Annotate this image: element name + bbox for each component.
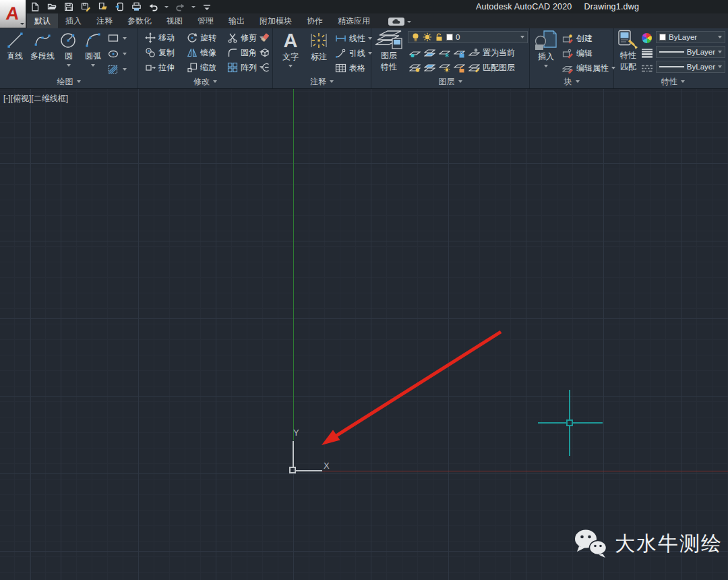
arc-button[interactable]: 圆弧 — [81, 30, 105, 67]
move-icon — [145, 32, 156, 43]
tab-featured-apps[interactable]: 精选应用 — [330, 13, 377, 28]
line-button[interactable]: 直线 — [3, 30, 26, 62]
array-button[interactable]: 阵列 — [227, 61, 264, 74]
text-dropdown-arrow — [289, 65, 293, 67]
layer-lock-button[interactable] — [454, 47, 465, 59]
redo-dropdown-arrow[interactable] — [191, 6, 195, 8]
layer-on-button[interactable] — [409, 61, 421, 74]
layer-dropdown[interactable]: 0 — [408, 31, 528, 43]
fillet-icon — [227, 47, 238, 58]
polyline-button[interactable]: 多段线 — [27, 30, 58, 62]
layer-color-swatch — [446, 34, 453, 40]
match-layer-button[interactable]: 匹配图层 — [468, 61, 515, 74]
panel-title-modify[interactable]: 修改 — [138, 76, 272, 88]
tab-view[interactable]: 视图 — [159, 13, 190, 28]
linetype-list-button[interactable] — [641, 62, 653, 74]
open-file-button[interactable] — [47, 1, 57, 12]
new-file-icon — [30, 2, 40, 11]
leader-button[interactable]: 引线 — [335, 47, 372, 59]
panel-title-draw[interactable]: 绘图 — [0, 76, 138, 88]
drawing-canvas[interactable]: [-][俯视][二维线框] Y X — [0, 89, 728, 580]
ribbon: 直线 多段线 圆 圆弧 — [0, 28, 728, 89]
panel-title-block[interactable]: 块 — [530, 76, 613, 88]
share-drawing-button[interactable] — [114, 1, 125, 12]
move-button[interactable]: 移动 — [145, 32, 175, 44]
match-layer-icon — [468, 63, 480, 73]
tab-addins[interactable]: 附加模块 — [252, 13, 299, 28]
panel-modify-expand-arrow — [213, 80, 217, 83]
linetype-dropdown[interactable]: ByLayer — [656, 61, 725, 73]
open-folder-icon — [47, 2, 57, 11]
match-properties-icon — [617, 30, 639, 50]
rectangle-dropdown-arrow — [123, 37, 127, 40]
edit-block-button[interactable]: 编辑 — [562, 47, 593, 59]
tab-parametric[interactable]: 参数化 — [120, 13, 159, 28]
application-menu-button[interactable]: A — [0, 0, 26, 28]
layer-unisolate-button[interactable] — [424, 61, 435, 74]
tab-output[interactable]: 输出 — [221, 13, 252, 28]
hatch-button[interactable] — [108, 63, 127, 76]
copy-button[interactable]: 复制 — [145, 47, 175, 59]
create-block-button[interactable]: 创建 — [562, 32, 593, 45]
circle-button[interactable]: 圆 — [58, 30, 80, 67]
rotate-button[interactable]: 旋转 — [187, 32, 216, 44]
scale-icon — [187, 62, 198, 73]
panel-title-annotate[interactable]: 注释 — [273, 76, 371, 88]
panel-title-layers[interactable]: 图层 — [371, 76, 529, 88]
clip-button[interactable] — [260, 61, 270, 74]
layer-freeze-icon — [439, 48, 450, 58]
erase-button[interactable] — [260, 32, 270, 44]
viewport-controls[interactable]: [-][俯视][二维线框] — [3, 93, 68, 105]
cloud-apps-button[interactable] — [388, 18, 411, 26]
watermark: 大水牛测绘 — [574, 529, 723, 558]
fillet-button[interactable]: 圆角 — [227, 47, 264, 59]
object-color-dropdown[interactable]: ByLayer — [656, 31, 725, 43]
dimension-button[interactable]: 标注 — [305, 30, 332, 63]
arc-icon — [84, 30, 102, 51]
table-button[interactable]: 表格 — [335, 62, 365, 74]
save-as-button[interactable] — [80, 1, 91, 12]
tab-manage[interactable]: 管理 — [190, 13, 221, 28]
tab-collaborate[interactable]: 协作 — [299, 13, 330, 28]
tab-annotate[interactable]: 注释 — [89, 13, 120, 28]
table-icon — [335, 63, 346, 73]
match-properties-button[interactable]: 特性 匹配 — [617, 30, 640, 73]
panel-title-properties[interactable]: 特性 — [614, 76, 685, 88]
customize-qat-button[interactable] — [202, 1, 212, 12]
stretch-button[interactable]: 拉伸 — [145, 61, 175, 74]
undo-button[interactable] — [148, 1, 158, 12]
set-current-layer-button[interactable]: 置为当前 — [468, 47, 515, 59]
layer-isolate-button[interactable] — [424, 47, 435, 59]
plot-button[interactable] — [131, 1, 142, 12]
redo-button[interactable] — [175, 1, 185, 12]
trim-button[interactable]: 修剪 — [227, 32, 264, 44]
layer-unlock-button[interactable] — [454, 61, 465, 74]
tab-home[interactable]: 默认 — [27, 13, 58, 28]
tab-insert[interactable]: 插入 — [58, 13, 89, 28]
layer-properties-button[interactable]: 图层 特性 — [374, 30, 404, 73]
ucs-origin-box — [289, 467, 296, 473]
scale-button[interactable]: 缩放 — [187, 61, 216, 74]
mirror-button[interactable]: 镜像 — [187, 47, 216, 59]
color-wheel-button[interactable] — [642, 32, 652, 44]
lineweight-dropdown[interactable]: ByLayer — [656, 46, 725, 58]
layer-unlock-icon — [435, 32, 444, 42]
save-button[interactable] — [63, 1, 74, 12]
layer-thaw-button[interactable] — [439, 61, 450, 74]
insert-block-button[interactable]: 插入 — [533, 30, 559, 67]
edit-attributes-button[interactable]: 编辑属性 — [562, 62, 615, 74]
layer-freeze-button[interactable] — [439, 47, 450, 59]
text-button[interactable]: A 文字 — [279, 30, 302, 67]
new-file-button[interactable] — [30, 1, 40, 12]
lineweight-sample-line — [659, 51, 684, 53]
explode-button[interactable] — [260, 47, 270, 59]
open-from-web-button[interactable] — [97, 1, 108, 12]
lineweight-list-button[interactable] — [641, 47, 653, 59]
panel-properties-expand-arrow — [681, 80, 685, 83]
ellipse-button[interactable] — [108, 48, 127, 60]
linear-dimension-button[interactable]: 线性 — [335, 32, 372, 45]
layer-off-button[interactable] — [409, 47, 421, 59]
rectangle-button[interactable] — [108, 32, 127, 45]
undo-dropdown-arrow[interactable] — [164, 6, 169, 8]
circle-icon — [59, 30, 78, 51]
